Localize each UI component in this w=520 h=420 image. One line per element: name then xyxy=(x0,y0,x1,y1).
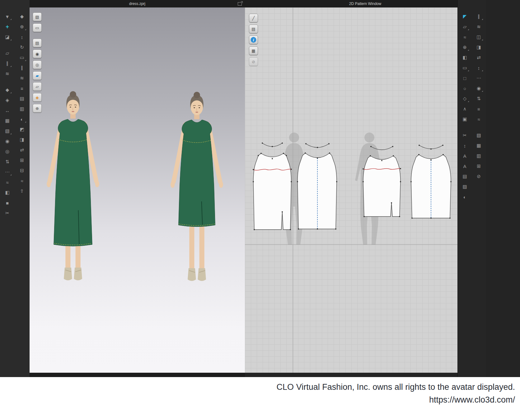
pattern-piece-back-b[interactable] xyxy=(410,145,452,219)
cut-and-sew-icon[interactable]: ✂ xyxy=(461,131,469,140)
segment-sewing-3d-icon[interactable]: ∥ xyxy=(18,63,26,72)
lock-pattern-icon[interactable]: ⊘ xyxy=(249,57,258,66)
2d-window-titlebar[interactable]: 2D Pattern Window xyxy=(245,0,485,7)
edit-pattern-icon[interactable]: ▱ xyxy=(461,22,469,31)
pin-icon[interactable]: ◆ xyxy=(3,86,12,94)
zipper-2d-icon[interactable]: ⇅ xyxy=(475,94,483,103)
notch-icon[interactable]: ∧ xyxy=(461,105,469,113)
rectangle-pattern-icon[interactable]: □ xyxy=(461,74,469,82)
tack-icon[interactable]: ◈ xyxy=(3,96,12,105)
pressure-map-icon[interactable]: ◐ xyxy=(18,115,26,124)
puckering-icon[interactable]: ≈ xyxy=(3,178,12,187)
fabric-icon[interactable]: ▦ xyxy=(3,116,12,125)
show-avatar-skin-icon[interactable]: ◎ xyxy=(33,60,42,69)
show-avatar-icon[interactable]: ◉ xyxy=(33,49,42,58)
edit-curvature-icon[interactable]: ≈ xyxy=(461,33,469,41)
grading-icon[interactable]: ▥ xyxy=(475,152,483,160)
solidify-icon[interactable]: ■ xyxy=(3,198,12,207)
simulate-icon[interactable]: ▼ xyxy=(3,12,12,21)
texture-icon[interactable]: ▧ xyxy=(3,127,12,135)
sync-icon[interactable]: ⇄ xyxy=(18,146,26,154)
buttonhole-icon[interactable]: ◎ xyxy=(3,147,12,156)
mirror-paste-icon[interactable]: ◨ xyxy=(18,135,26,144)
trim-cut-icon[interactable]: ✂ xyxy=(3,209,12,217)
wind-controller-icon[interactable]: ≈ xyxy=(18,176,26,185)
grainline-icon[interactable]: ↕ xyxy=(461,141,469,150)
show-environment-globe-icon[interactable]: ⊕ xyxy=(33,104,42,113)
show-2d-pattern-in-3d-icon[interactable]: ▭ xyxy=(33,23,42,32)
avatar-front-long-dress[interactable] xyxy=(47,91,99,280)
show-garment-icon[interactable]: ▤ xyxy=(33,39,42,47)
show-3d-pattern-position-icon[interactable]: ▤ xyxy=(249,25,258,33)
baseline-grid-icon[interactable]: ▤ xyxy=(461,172,469,181)
remove-pins-icon[interactable]: ⊟ xyxy=(18,166,26,175)
symmetric-pattern-icon[interactable]: ⇄ xyxy=(475,53,483,62)
edit-sewing-icon[interactable]: ∥ xyxy=(3,59,12,68)
add-point-icon[interactable]: ⊕ xyxy=(461,43,469,52)
show-mannequin-icon[interactable]: ◆ xyxy=(33,93,42,102)
annotation-2d-icon[interactable]: ⋯ xyxy=(475,74,483,82)
2d-tool-sidebar: ◤▱≈⊕◧▭□○◇∧▣✂↕AA▤▨◐ ∥≋◫◨⇄↕⋯◉⇅≡≈▧▦▥⊞⊘ xyxy=(457,0,486,377)
website-url[interactable]: https://www.clo3d.com/ xyxy=(0,394,515,406)
free-sewing-icon[interactable]: ≋ xyxy=(3,69,12,78)
seam-allowance-icon[interactable]: ▣ xyxy=(461,115,469,124)
print-layout-icon[interactable]: ⊞ xyxy=(475,162,483,170)
shirring-icon[interactable]: ≈ xyxy=(475,115,483,124)
edit-sewing-2d-icon[interactable]: ∥ xyxy=(475,12,483,21)
edit-style-line-pen-icon[interactable]: ╱ xyxy=(249,14,258,22)
render-style-icon[interactable]: ▧ xyxy=(33,12,42,21)
clone-layer-icon[interactable]: ◫ xyxy=(475,33,483,41)
select-brush-icon[interactable]: ◪ xyxy=(3,33,12,41)
avatar-front-knee-dress[interactable] xyxy=(171,92,223,281)
trace-pattern-icon[interactable]: ◧ xyxy=(461,53,469,62)
annotation-text-icon[interactable]: A xyxy=(461,152,469,160)
gizmo-icon[interactable]: ⊕ xyxy=(18,22,26,31)
dart-icon[interactable]: ◇ xyxy=(461,94,469,103)
topstitch-icon[interactable]: ⋯ xyxy=(3,168,12,176)
texture-editor-icon[interactable]: ▧ xyxy=(475,131,483,140)
measure-tape-icon[interactable]: ↔ xyxy=(3,106,12,115)
fabric-texture-2d-icon[interactable]: ▨ xyxy=(461,182,469,191)
pattern-piece-front-a[interactable] xyxy=(253,142,292,230)
2d-viewport[interactable]: ╱▤i▦⊘ xyxy=(245,7,457,373)
2d-pattern-window: 2D Pattern Window ╱▤i▦⊘ xyxy=(245,0,485,377)
pleats-sewing-icon[interactable]: ≡ xyxy=(18,84,26,93)
export-garment-icon[interactable]: ⇧ xyxy=(18,187,26,195)
circle-pattern-icon[interactable]: ○ xyxy=(461,84,469,93)
pattern-outline-3d-icon[interactable]: ▭ xyxy=(18,53,26,62)
show-fabric-strength-icon[interactable]: ▰ xyxy=(33,71,42,80)
polygon-pattern-icon[interactable]: ▭ xyxy=(461,63,469,72)
colorway-icon[interactable]: ▦ xyxy=(475,141,483,150)
measure-2d-icon[interactable]: ↕ xyxy=(475,63,483,72)
show-fabric-2d-icon[interactable]: ▦ xyxy=(249,46,258,55)
scale-icon[interactable]: ↕ xyxy=(18,33,26,41)
2d-window-title: 2D Pattern Window xyxy=(349,2,381,6)
rotate-icon[interactable]: ↻ xyxy=(18,43,26,52)
pattern-label-icon[interactable]: A xyxy=(461,162,469,170)
stress-map-icon[interactable]: ▥ xyxy=(18,105,26,113)
show-avatar-silhouette-icon[interactable]: ◐ xyxy=(461,193,469,201)
free-sewing-3d-icon[interactable]: ≋ xyxy=(18,74,26,82)
pin-box-icon[interactable]: ⊞ xyxy=(18,156,26,165)
button-icon[interactable]: ◉ xyxy=(3,137,12,146)
3d-window-titlebar[interactable]: dress.zprj xyxy=(30,0,245,7)
free-sewing-2d-icon[interactable]: ≋ xyxy=(475,22,483,31)
fit-map-icon[interactable]: ▤ xyxy=(18,94,26,103)
zipper-icon[interactable]: ⇅ xyxy=(3,157,12,166)
steam-2d-icon[interactable]: ⊘ xyxy=(475,172,483,181)
show-fabric-alt-icon[interactable]: ▱ xyxy=(33,82,42,91)
unfold-icon[interactable]: ◨ xyxy=(475,43,483,52)
select-move-icon[interactable]: + xyxy=(3,22,12,31)
3d-viewport[interactable]: ▧▭▤◉◎▰▱◆⊕ xyxy=(30,7,245,373)
pattern-information-icon[interactable]: i xyxy=(249,35,258,44)
fold-arrangement-icon[interactable]: ◧ xyxy=(3,188,12,197)
layers-icon[interactable]: ◩ xyxy=(18,125,26,134)
popout-window-icon[interactable] xyxy=(238,2,242,6)
avatar-pose-icon[interactable]: ◆ xyxy=(18,12,26,21)
tool-column-2: ◆⊕↕↻▭∥≋≡▤▥◐◩◨⇄⊞⊟≈⇧ xyxy=(15,0,29,377)
transform-pattern-icon[interactable]: ▱ xyxy=(3,49,12,58)
pleat-2d-icon[interactable]: ≡ xyxy=(475,105,483,113)
pattern-piece-back-a[interactable] xyxy=(297,143,337,230)
transform-pattern-2d-icon[interactable]: ◤ xyxy=(461,12,469,21)
buttons-2d-icon[interactable]: ◉ xyxy=(475,84,483,93)
